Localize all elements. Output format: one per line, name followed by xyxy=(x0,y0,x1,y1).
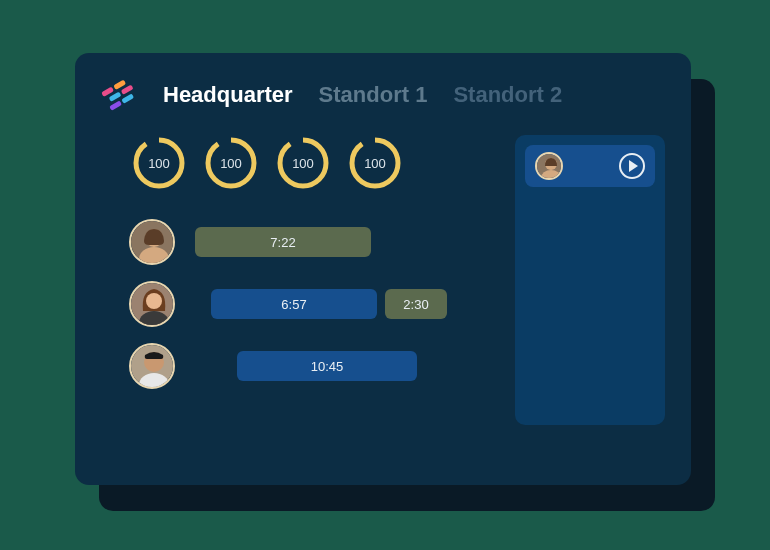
panel-item[interactable] xyxy=(525,145,655,187)
person-row: 10:45 xyxy=(129,343,497,389)
svg-rect-5 xyxy=(121,93,134,103)
gauge-value: 100 xyxy=(347,135,403,191)
gauge: 100 xyxy=(131,135,187,191)
gauge: 100 xyxy=(203,135,259,191)
tab-standort-2[interactable]: Standort 2 xyxy=(453,82,562,108)
dashboard-card: Headquarter Standort 1 Standort 2 100 10… xyxy=(75,53,691,485)
person-row: 7:22 xyxy=(129,219,497,265)
svg-rect-3 xyxy=(121,85,134,95)
side-panel xyxy=(515,135,665,425)
gauge: 100 xyxy=(275,135,331,191)
svg-rect-2 xyxy=(109,92,122,102)
time-bar[interactable]: 10:45 xyxy=(237,351,417,381)
gauge-value: 100 xyxy=(275,135,331,191)
svg-rect-0 xyxy=(101,87,114,97)
svg-rect-1 xyxy=(113,80,126,90)
gauge-value: 100 xyxy=(131,135,187,191)
person-row: 6:57 2:30 xyxy=(129,281,497,327)
svg-rect-4 xyxy=(109,100,122,110)
tabs: Headquarter Standort 1 Standort 2 xyxy=(163,82,562,108)
avatar xyxy=(535,152,563,180)
gauges-row: 100 100 100 100 xyxy=(131,135,497,191)
gauge: 100 xyxy=(347,135,403,191)
avatar[interactable] xyxy=(129,281,175,327)
left-column: 100 100 100 100 xyxy=(101,135,497,425)
avatar[interactable] xyxy=(129,343,175,389)
avatar[interactable] xyxy=(129,219,175,265)
gauge-value: 100 xyxy=(203,135,259,191)
play-icon[interactable] xyxy=(619,153,645,179)
people-rows: 7:22 6:57 2:30 10:45 xyxy=(101,219,497,389)
tab-standort-1[interactable]: Standort 1 xyxy=(319,82,428,108)
svg-point-15 xyxy=(146,293,162,309)
time-bar[interactable]: 2:30 xyxy=(385,289,447,319)
header: Headquarter Standort 1 Standort 2 xyxy=(101,75,665,115)
time-bar[interactable]: 7:22 xyxy=(195,227,371,257)
tab-headquarter[interactable]: Headquarter xyxy=(163,82,293,108)
time-bar[interactable]: 6:57 xyxy=(211,289,377,319)
body: 100 100 100 100 xyxy=(101,135,665,425)
logo-icon xyxy=(101,75,141,115)
